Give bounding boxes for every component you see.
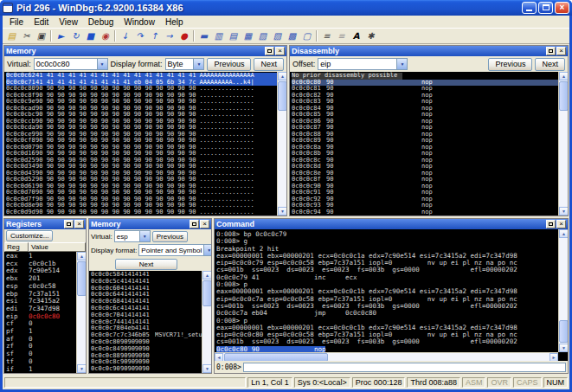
memory1-float-button[interactable] [265,47,274,55]
reg-column-header[interactable]: Reg [4,242,29,252]
memory2-format-combo[interactable]: Pointer and Symbol ▼ [138,244,212,256]
toolbar-separator[interactable] [114,30,116,42]
scratch-pad-icon[interactable]: ▢ [299,29,314,43]
menu-help[interactable]: Help [160,16,189,28]
scroll-up-icon[interactable]: ▲ [278,72,286,80]
registers-scroll-thumb[interactable] [77,261,86,296]
chevron-down-icon[interactable]: ▼ [193,59,203,69]
menu-view[interactable]: View [54,16,83,28]
memory-row[interactable]: 0c0c0d9d 90 90 90 90 90 90 90 90 90 90 9… [6,209,277,216]
register-row[interactable]: if 1 [6,366,76,373]
registers-rows[interactable]: eax 1 ecx c0c0c1b edx 7c90e514 [4,252,76,373]
memory1-close-button[interactable]: × [275,47,285,55]
memory1-virtual-combo[interactable]: 0c0c0c80 ▼ [34,58,108,70]
options-icon[interactable]: ✱ [363,29,378,43]
memory1-next-button[interactable]: Next [254,58,284,71]
scroll-down-icon[interactable]: ▼ [559,344,568,352]
registers-vscrollbar[interactable]: ▲ ▼ [76,252,86,373]
maximize-button[interactable] [538,2,553,14]
memory2-close-button[interactable]: × [200,220,209,228]
toolbar-separator[interactable] [50,30,52,42]
font-icon[interactable]: A [349,29,363,43]
disassembly-close-button[interactable]: × [556,47,566,55]
command-vscrollbar[interactable]: ▲ ▼ [558,229,568,352]
registers-float-button[interactable] [64,220,74,228]
watch-window-icon[interactable]: ▥ [211,29,226,43]
memory-window-icon[interactable]: ▨ [255,29,270,43]
memory2-scroll-thumb[interactable] [202,280,211,306]
chevron-down-icon[interactable]: ▼ [97,59,107,69]
scroll-up-icon[interactable]: ▲ [202,271,211,280]
memory2-vscrollbar[interactable]: ▲ ▼ [202,271,211,373]
break-icon[interactable]: ◉ [98,29,112,43]
disassembly-float-button[interactable] [546,47,556,55]
locals-window-icon[interactable]: ▤ [226,29,241,43]
run-to-cursor-icon[interactable]: → [162,29,177,43]
command-titlebar[interactable]: Command × [215,219,568,229]
disassembly-titlebar[interactable]: Disassembly × [290,46,568,56]
menu-edit[interactable]: Edit [29,16,54,28]
minimize-button[interactable] [522,2,537,14]
disassembly-previous-button[interactable]: Previous [488,58,532,71]
step-into-icon[interactable]: ↓ [118,29,132,43]
memory1-format-combo[interactable]: Byte ▼ [165,58,205,70]
copy-icon[interactable]: ▣ [34,29,48,43]
restart-icon[interactable]: ↻ [68,29,83,43]
toolbar-separator[interactable] [193,30,195,42]
disassembly-next-button[interactable]: Next [535,58,565,71]
register-row[interactable]: cf 0 [6,320,76,328]
memory-row[interactable]: 0c0c0c90 90909090 [91,366,202,373]
registers-customize-button[interactable]: Customize... [6,230,53,241]
register-row[interactable]: pf 1 [6,328,76,336]
command-hscrollbar[interactable]: ◄ ► [215,352,558,361]
disassembly-rows[interactable]: No prior disassembly possible 0c0c0c80 9… [290,72,558,215]
call-stack-window-icon[interactable]: ▧ [270,29,285,43]
disassembly-window-icon[interactable]: ▩ [285,29,299,43]
source-mode-off-icon[interactable]: ≡ [334,29,349,43]
memory1-previous-button[interactable]: Previous [207,58,251,71]
step-out-icon[interactable]: ↑ [147,29,162,43]
memory2-rows[interactable]: 0c0c0c58 41414141 0c0c0c5c 41414141 [89,271,202,373]
scroll-down-icon[interactable]: ▼ [559,207,568,215]
command-output[interactable]: 0:008> bp 0c0c0c79 0:008> g Breakpoint 2… [215,229,558,352]
menu-file[interactable]: File [4,16,29,28]
open-source-file-icon[interactable]: ▤ [4,29,19,43]
command-float-button[interactable] [546,220,556,228]
command-window-icon[interactable]: ▬ [196,29,211,43]
register-row[interactable]: zf 0 [6,343,76,350]
memory2-virtual-combo[interactable]: esp ▼ [114,230,151,242]
go-icon[interactable]: ► [54,29,68,43]
register-row[interactable]: eip 0c0c0c80 [6,313,76,321]
registers-window-icon[interactable]: ▦ [241,29,255,43]
chevron-down-icon[interactable]: ▼ [396,59,407,69]
chevron-down-icon[interactable]: ▼ [203,245,212,255]
scroll-up-icon[interactable]: ▲ [559,72,568,80]
menu-window[interactable]: Window [119,16,160,28]
disassembly-scroll-thumb[interactable] [559,81,568,111]
value-column-header[interactable]: Value [29,242,86,252]
command-scroll-thumb[interactable] [559,320,568,343]
scroll-down-icon[interactable]: ▼ [278,207,286,215]
memory1-vscrollbar[interactable]: ▲ ▼ [277,72,286,215]
command-input[interactable] [243,363,566,372]
memory2-titlebar[interactable]: Memory × [89,219,211,229]
memory1-titlebar[interactable]: Memory × [4,46,286,56]
menu-debug[interactable]: Debug [83,16,119,28]
disassembly-row[interactable]: 0c0c0c94 90 nop [292,209,558,216]
stop-debugging-icon[interactable]: ■ [83,29,98,43]
memory2-next-button[interactable]: Next [115,259,177,270]
memory1-scroll-thumb[interactable] [278,81,286,111]
titlebar[interactable]: Pid 296 - WinDbg:6.2.9200.16384 X86 × [0,0,572,16]
scroll-up-icon[interactable]: ▲ [77,252,86,260]
registers-titlebar[interactable]: Registers × [4,219,86,229]
command-close-button[interactable]: × [556,220,566,228]
memory2-float-button[interactable] [190,220,199,228]
insert-breakpoint-icon[interactable]: ● [177,29,191,43]
registers-close-button[interactable]: × [74,220,84,228]
chevron-down-icon[interactable]: ▼ [139,231,150,241]
scroll-down-icon[interactable]: ▼ [77,364,86,373]
disassembly-offset-combo[interactable]: eip ▼ [318,58,408,70]
scroll-down-icon[interactable]: ▼ [202,364,211,373]
memory1-rows[interactable]: 0c0c0c62 41 41 41 41 41 41 41 41 41 41 4… [4,72,277,215]
register-row[interactable]: sf 0 [6,350,76,358]
